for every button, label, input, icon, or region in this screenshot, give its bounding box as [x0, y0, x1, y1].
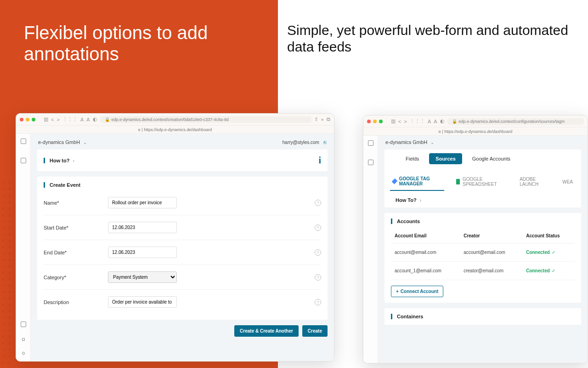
app-rail: [16, 134, 31, 361]
table-row[interactable]: account@email.com account@email.com Conn…: [391, 243, 575, 262]
start-date-input[interactable]: [108, 222, 177, 233]
connect-account-button[interactable]: + Connect Account: [391, 286, 443, 297]
address-bar[interactable]: 🔒 edp.e-dynamics.de/ed.context/configura…: [447, 118, 584, 125]
maximize-window-icon[interactable]: [379, 120, 383, 123]
create-event-title: Create Event: [44, 182, 321, 188]
cell-creator: account@email.com: [460, 243, 522, 262]
category-label: Category*: [44, 275, 108, 280]
share-icon[interactable]: ⇧: [314, 116, 318, 122]
accounts-panel: Accounts Account Email Creator Account S…: [384, 213, 581, 303]
info-icon[interactable]: i: [318, 155, 321, 166]
app-rail: [363, 136, 378, 363]
category-select[interactable]: Payment System: [108, 271, 177, 283]
close-window-icon[interactable]: [367, 120, 371, 123]
forward-icon[interactable]: >: [404, 119, 407, 124]
browser-tab[interactable]: e | https://edp.e-dynamics.de/dashboard: [16, 126, 334, 134]
cell-creator: creator@email.com: [460, 262, 522, 280]
th-creator: Creator: [460, 229, 522, 243]
close-window-icon[interactable]: [20, 118, 23, 121]
cell-email: account@email.com: [391, 243, 460, 262]
subtab-wea-label: WEA: [562, 179, 573, 184]
org-switcher[interactable]: e-dynamics GmbH ⌄: [385, 139, 434, 145]
left-heading: Flexibel options to add annotations: [0, 0, 278, 64]
apps-icon[interactable]: ⋮⋮⋮: [62, 116, 78, 122]
help-icon[interactable]: ?: [315, 200, 321, 206]
subtab-adobe[interactable]: ADOBE LAUNCH: [517, 173, 550, 190]
new-tab-icon[interactable]: +: [321, 117, 324, 122]
org-name: e-dynamics GmbH: [38, 139, 80, 145]
address-bar[interactable]: 🔒 edp.e-dynamics.de/ed.context/creation/…: [100, 116, 311, 123]
plus-icon: +: [396, 289, 399, 294]
traffic-lights[interactable]: [20, 118, 35, 121]
chevron-down-icon: ⌄: [83, 140, 87, 145]
name-input[interactable]: [108, 197, 177, 208]
browser-tab[interactable]: e | https://edp.e-dynamics.de/dashboard: [363, 127, 588, 136]
subtab-wea[interactable]: WEA: [560, 176, 576, 188]
shield-icon[interactable]: ◐: [440, 118, 445, 124]
rail-dashboard-icon[interactable]: [21, 138, 26, 144]
sidebar-toggle-icon[interactable]: ▥: [391, 118, 396, 124]
subtab-gtm-label: GOOGLE TAG MANAGER: [399, 176, 442, 186]
name-label: Name*: [44, 200, 108, 206]
tab-fields[interactable]: Fields: [399, 153, 425, 164]
create-button[interactable]: Create: [302, 325, 328, 337]
apps-icon[interactable]: ⋮⋮⋮: [410, 118, 425, 124]
minimize-window-icon[interactable]: [26, 118, 29, 121]
traffic-lights[interactable]: [367, 120, 383, 123]
create-another-button[interactable]: Create & Create Another: [234, 325, 299, 337]
text-size-large-icon[interactable]: A: [86, 117, 90, 122]
app-main: e-dynamics GmbH ⌄ Fields Sources Google …: [378, 136, 588, 363]
description-input[interactable]: [108, 296, 177, 308]
rail-monitor-icon[interactable]: [368, 160, 373, 165]
tab-sources[interactable]: Sources: [429, 153, 462, 164]
config-tabs-panel: Fields Sources Google Accounts GOOGLE TA…: [384, 150, 581, 207]
check-icon: ✓: [552, 268, 555, 273]
howto-label[interactable]: How To?: [391, 197, 417, 203]
lock-icon: 🔒: [105, 117, 110, 122]
user-email: harry@styles.com: [283, 140, 319, 145]
rail-monitor-icon[interactable]: [21, 158, 26, 163]
th-email: Account Email: [391, 229, 460, 243]
spreadsheet-icon: [456, 179, 460, 184]
org-name: e-dynamics GmbH: [385, 139, 427, 145]
sidebar-toggle-icon[interactable]: ▥: [44, 116, 48, 122]
text-size-large-icon[interactable]: A: [434, 119, 437, 124]
table-row[interactable]: account_1@email.com creator@email.com Co…: [391, 262, 575, 280]
forward-icon[interactable]: >: [57, 117, 59, 122]
org-switcher[interactable]: e-dynamics GmbH ⌄: [38, 139, 87, 145]
help-icon[interactable]: ?: [315, 299, 321, 305]
help-icon[interactable]: ?: [315, 249, 321, 256]
end-date-input[interactable]: [108, 247, 177, 258]
maximize-window-icon[interactable]: [32, 118, 35, 121]
gtm-icon: [392, 178, 397, 184]
text-size-icon[interactable]: A: [428, 119, 431, 124]
help-icon[interactable]: ?: [315, 274, 321, 281]
subtab-gtm[interactable]: GOOGLE TAG MANAGER: [390, 172, 444, 191]
cell-email: account_1@email.com: [391, 262, 460, 280]
check-icon: ✓: [552, 250, 555, 255]
description-label: Description: [44, 299, 108, 305]
tabs-overview-icon[interactable]: ⧉: [327, 116, 330, 122]
rail-chat-icon[interactable]: [21, 322, 26, 327]
rail-settings-icon[interactable]: [22, 352, 25, 355]
cell-status: Connected: [526, 250, 550, 255]
back-icon[interactable]: <: [51, 117, 54, 122]
browser-toolbar: ▥ < > ⋮⋮⋮ A A ◐ 🔒 edp.e-dynamics.de/ed.c…: [16, 114, 334, 126]
howto-panel[interactable]: How to? › i: [37, 150, 328, 171]
start-date-label: Start Date*: [44, 225, 108, 230]
back-icon[interactable]: <: [398, 119, 401, 124]
chevron-down-icon: ⌄: [430, 140, 434, 145]
rail-tag-icon[interactable]: [22, 338, 25, 341]
logout-icon[interactable]: ⎋: [323, 139, 327, 145]
minimize-window-icon[interactable]: [373, 120, 377, 123]
subtab-gsheet[interactable]: GOOGLE SPREADSHEET: [453, 173, 508, 190]
howto-label: How to?: [44, 158, 69, 163]
accounts-title: Accounts: [391, 218, 575, 224]
rail-dashboard-icon[interactable]: [368, 140, 373, 146]
browser-toolbar: ▥ < > ⋮⋮⋮ A A ◐ 🔒 edp.e-dynamics.de/ed.c…: [363, 115, 588, 127]
help-icon[interactable]: ?: [315, 224, 321, 231]
tab-google-accounts[interactable]: Google Accounts: [466, 153, 517, 164]
shield-icon[interactable]: ◐: [93, 116, 97, 122]
text-size-icon[interactable]: A: [80, 117, 84, 122]
containers-title: Containers: [391, 314, 575, 319]
